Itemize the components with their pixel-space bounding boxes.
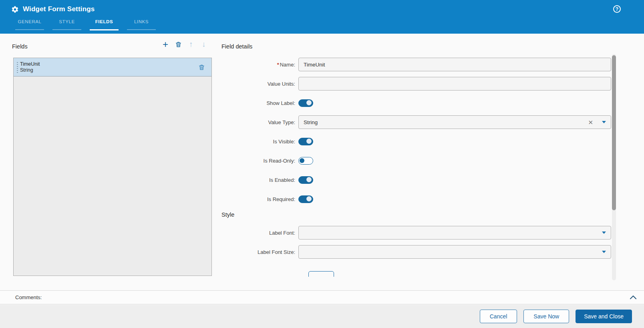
trash-icon	[175, 41, 182, 48]
plus-icon: +	[163, 40, 168, 49]
is-read-only-row: Is Read-Only:	[221, 154, 611, 167]
comments-bar: Comments:	[0, 290, 644, 304]
field-name: TimeUnit	[20, 61, 40, 67]
toggle-knob	[300, 158, 304, 163]
is-visible-label: Is Visible:	[221, 139, 298, 145]
list-item[interactable]: TimeUnit String	[14, 58, 211, 76]
titlebar: Widget Form Settings	[11, 5, 95, 13]
clipped-control[interactable]	[308, 271, 334, 277]
is-enabled-label: Is Enabled:	[221, 177, 298, 183]
tab-links[interactable]: LINKS	[127, 18, 156, 34]
show-label-label: Show Label:	[221, 100, 298, 106]
is-required-label: Is Required:	[221, 196, 298, 202]
toggle-knob	[306, 177, 312, 182]
is-visible-toggle[interactable]	[298, 138, 313, 145]
field-details-panel: Field details *Name: Value Units: Show L…	[221, 40, 611, 277]
fields-toolbar: + ↑ ↓	[161, 40, 208, 49]
style-section-title: Style	[221, 211, 611, 219]
tab-fields[interactable]: FIELDS	[90, 18, 119, 34]
move-down-button[interactable]: ↓	[199, 40, 208, 49]
label-font-select[interactable]	[298, 226, 611, 239]
arrow-down-icon: ↓	[202, 40, 206, 48]
gear-icon	[11, 6, 19, 13]
arrow-up-icon: ↑	[189, 40, 193, 48]
chevron-down-icon[interactable]	[602, 121, 606, 123]
footer-bar: Cancel Save Now Save and Close	[0, 305, 644, 328]
toggle-knob	[306, 100, 312, 105]
scrollbar-thumb[interactable]	[612, 55, 616, 210]
is-read-only-label: Is Read-Only:	[221, 158, 298, 164]
label-font-label: Label Font:	[221, 230, 298, 236]
help-icon[interactable]: ?	[613, 5, 621, 13]
value-type-row: Value Type: String ✕	[221, 115, 611, 129]
show-label-row: Show Label:	[221, 96, 611, 110]
name-label: *Name:	[221, 62, 298, 68]
save-now-button[interactable]: Save Now	[523, 310, 569, 323]
move-up-button[interactable]: ↑	[187, 40, 195, 49]
comments-label: Comments:	[15, 294, 42, 300]
toggle-knob	[306, 139, 312, 144]
drag-handle-icon[interactable]	[17, 62, 18, 73]
label-font-size-row: Label Font Size:	[221, 245, 611, 259]
label-font-size-label: Label Font Size:	[221, 249, 298, 255]
tab-style[interactable]: STYLE	[52, 18, 81, 34]
value-type-label: Value Type:	[221, 119, 298, 125]
value-type-select[interactable]: String ✕	[298, 115, 611, 129]
is-enabled-row: Is Enabled:	[221, 173, 611, 187]
tab-general[interactable]: GENERAL	[15, 18, 44, 34]
cancel-button[interactable]: Cancel	[480, 310, 517, 323]
value-type-value: String	[304, 119, 588, 125]
required-asterisk: *	[277, 62, 279, 68]
chevron-up-icon[interactable]	[630, 295, 637, 300]
toggle-knob	[306, 196, 312, 201]
clear-icon[interactable]: ✕	[588, 119, 593, 125]
dialog-header: Widget Form Settings ? GENERAL STYLE FIE…	[0, 0, 644, 34]
name-input[interactable]	[298, 58, 611, 71]
is-visible-row: Is Visible:	[221, 135, 611, 148]
is-required-toggle[interactable]	[298, 195, 313, 203]
delete-field-button[interactable]	[174, 40, 183, 49]
show-label-toggle[interactable]	[298, 99, 313, 107]
chevron-down-icon[interactable]	[602, 251, 606, 253]
is-required-row: Is Required:	[221, 192, 611, 206]
field-type: String	[20, 67, 40, 73]
label-font-row: Label Font:	[221, 226, 611, 239]
tab-bar: GENERAL STYLE FIELDS LINKS	[15, 18, 156, 34]
value-units-label: Value Units:	[221, 81, 298, 87]
fields-list: TimeUnit String	[13, 58, 212, 276]
trash-icon[interactable]	[198, 64, 205, 71]
dialog-title: Widget Form Settings	[23, 5, 95, 13]
chevron-down-icon[interactable]	[602, 231, 606, 234]
is-read-only-toggle[interactable]	[298, 157, 313, 165]
label-font-size-select[interactable]	[298, 245, 611, 259]
save-and-close-button[interactable]: Save and Close	[576, 310, 632, 323]
value-units-row: Value Units:	[221, 77, 611, 91]
field-details-title: Field details	[221, 43, 611, 50]
name-row: *Name:	[221, 58, 611, 71]
list-item-text: TimeUnit String	[20, 61, 40, 73]
add-field-button[interactable]: +	[161, 40, 170, 49]
is-enabled-toggle[interactable]	[298, 176, 313, 184]
value-units-input[interactable]	[298, 77, 611, 91]
fields-panel-title: Fields	[12, 43, 28, 50]
